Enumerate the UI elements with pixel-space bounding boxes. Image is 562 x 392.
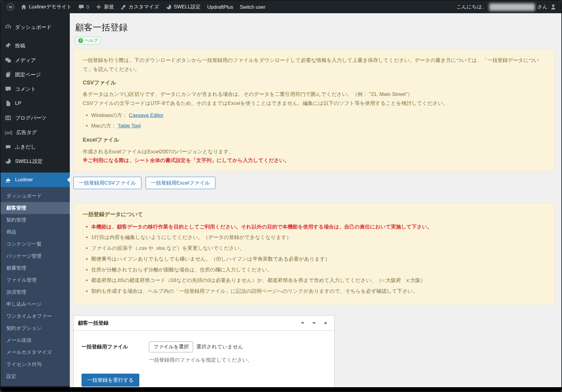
csv-line2: CSVファイルの文字コードはUTF-8であるため、そのままではExcelを使うこ…: [83, 99, 545, 108]
submenu-item-package-management[interactable]: パッケージ管理: [1, 250, 70, 262]
excel-warning-text: ※ご利用になる際は、シート全体の書式設定を「文字列」にしてから入力してください。: [83, 156, 545, 165]
submenu-item-file-management[interactable]: ファイル管理: [1, 274, 70, 286]
user-avatar-icon: [550, 4, 557, 10]
download-csv-button[interactable]: 一括登録用CSVファイル: [73, 177, 141, 189]
postbox-header: 顧客一括登録: [74, 316, 334, 331]
sidebar-item-dashboard[interactable]: ダッシュボード: [1, 20, 70, 34]
submenu-item-mail-customize[interactable]: メールカスタマイズ: [1, 346, 70, 358]
submenu-item-dashboard[interactable]: ダッシュボード: [1, 190, 70, 202]
sidebar-item-ad-tags[interactable]: [ad] 広告タグ: [1, 125, 70, 139]
sidebar-item-lp[interactable]: LP: [1, 96, 70, 111]
admin-menu: ダッシュボード 投稿 メディア 固定ページ コメント: [1, 13, 70, 187]
windows-label: Windowsの方：: [91, 112, 127, 118]
file-hint-text: 一括登録用のファイルを指定してください。: [149, 357, 326, 363]
submenu-item-content-list[interactable]: コンテンツ一覧: [1, 238, 70, 250]
submenu-item-label: ライセンス付与: [6, 361, 42, 368]
sidebar-item-media[interactable]: メディア: [1, 53, 70, 67]
list-item: ファイルの拡張子（.csv や .xlsx など）を変更しないでください。: [91, 244, 545, 253]
submenu-item-application-page[interactable]: 申し込みページ: [1, 298, 70, 310]
submenu-item-label: 順番管理: [6, 265, 26, 271]
submenu-item-payment-management[interactable]: 決済管理: [1, 286, 70, 298]
sidebar-item-blog-parts[interactable]: ブログパーツ: [1, 111, 70, 125]
wordpress-logo-menu[interactable]: W: [4, 1, 17, 13]
home-icon: [21, 4, 27, 10]
customize-brush-icon: [120, 4, 126, 10]
submenu-item-contract-management[interactable]: 契約管理: [1, 214, 70, 226]
swell-settings-menu[interactable]: SWELL設定: [162, 1, 204, 13]
submenu-item-mail-send[interactable]: メール送信: [1, 334, 70, 346]
comment-icon: [5, 86, 11, 92]
submenu-item-label: 決済管理: [6, 289, 26, 296]
new-content-menu[interactable]: 新規: [92, 1, 117, 13]
submenu-item-contract-options[interactable]: 契約オプション: [1, 322, 70, 334]
sidebar-item-label: コメント: [15, 86, 36, 93]
mac-label: Macの方：: [91, 123, 116, 129]
list-item: Windowsの方： Cassava Editor: [91, 111, 545, 120]
help-button[interactable]: ? ヘルプ: [75, 37, 101, 44]
submenu-item-label: コンテンツ一覧: [6, 241, 42, 247]
updraftplus-label: UpdraftPlus: [207, 4, 233, 10]
postbox-controls: [298, 318, 331, 328]
submenu-item-label: メールカスタマイズ: [6, 349, 52, 356]
file-field-row: 一括登録用ファイル ファイルを選択 選択されていません 一括登録用のファイルを指…: [82, 341, 326, 363]
info-intro-text: 一括登録を行う際は、下のダウンロードボタンから一括登録用のファイルをダウンロード…: [83, 56, 545, 74]
move-down-button[interactable]: [309, 318, 319, 328]
execute-bulk-register-button[interactable]: 一括登録を実行する: [82, 374, 139, 387]
switch-user-menu[interactable]: Switch user: [236, 1, 269, 13]
sidebar-item-label: SWELL設定: [15, 158, 43, 165]
move-up-button[interactable]: [298, 318, 308, 328]
swell-icon: [5, 158, 11, 164]
swell-icon: [166, 4, 172, 10]
main-content: 顧客一括登録 ? ヘルプ 一括登録を行う際は、下のダウンロードボタンから一括登録…: [70, 13, 561, 387]
speech-balloon-icon: [5, 143, 11, 150]
submenu-item-label: 顧客管理: [6, 205, 26, 211]
download-buttons-row: 一括登録用CSVファイル 一括登録用Excelファイル: [73, 177, 555, 189]
media-icon: [5, 57, 11, 63]
file-input: ファイルを選択 選択されていません: [149, 341, 326, 352]
customize-menu[interactable]: カスタマイズ: [117, 1, 162, 13]
table-tool-link[interactable]: Table Tool: [118, 123, 140, 129]
submenu-item-one-time-offer[interactable]: ワンタイムオファー: [1, 310, 70, 322]
sidebar-item-label: Luxliner: [15, 177, 33, 183]
cassava-editor-link[interactable]: Cassava Editor: [129, 112, 163, 118]
sidebar-item-comments[interactable]: コメント: [1, 82, 70, 96]
current-menu-arrow: [67, 177, 70, 182]
comments-icon: [78, 4, 84, 10]
sidebar-item-label: ブログパーツ: [15, 115, 46, 121]
submenu-item-customer-management[interactable]: 顧客管理: [1, 202, 70, 214]
new-label: 新規: [104, 4, 114, 10]
wordpress-admin-screen: W Luxlinerデモサイト 0 新規 カスタマイズ SWELL設定: [0, 0, 562, 392]
notes-warning-item: 本機能は、顧客データの移行作業を目的としてご利用ください。それ以外の目的で本機能…: [91, 222, 545, 231]
comments-menu[interactable]: 0: [75, 1, 92, 13]
submenu-item-label: メール送信: [6, 337, 31, 344]
help-button-label: ヘルプ: [85, 38, 98, 43]
swell-settings-label: SWELL設定: [174, 4, 201, 10]
notes-list: 本機能は、顧客データの移行作業を目的としてご利用ください。それ以外の目的で本機能…: [91, 222, 545, 296]
submenu-item-order-management[interactable]: 順番管理: [1, 262, 70, 274]
download-excel-button[interactable]: 一括登録用Excelファイル: [146, 177, 215, 189]
sidebar-item-fukidashi[interactable]: ふきだし: [1, 139, 70, 154]
redacted-username: [489, 3, 535, 11]
chevron-down-icon: [312, 320, 317, 325]
toggle-panel-button[interactable]: [320, 318, 331, 328]
submenu-item-label: ダッシュボード: [6, 193, 42, 199]
submenu-item-label: ワンタイムオファー: [6, 313, 52, 320]
sidebar-item-swell-settings[interactable]: SWELL設定: [1, 154, 70, 168]
plus-icon: [96, 4, 102, 10]
submenu-item-label: 契約オプション: [6, 325, 42, 332]
list-item: 都道府県はJISの都道府県コード（03などの先頭の0は必要ありません）か、都道府…: [91, 276, 545, 285]
sidebar-item-luxliner[interactable]: Luxliner: [1, 173, 70, 187]
site-name-menu[interactable]: Luxlinerデモサイト: [17, 1, 75, 13]
submenu-item-settings[interactable]: 設定: [1, 370, 70, 382]
sidebar-item-posts[interactable]: 投稿: [1, 38, 70, 53]
postbox-body: 一括登録用ファイル ファイルを選択 選択されていません 一括登録用のファイルを指…: [74, 331, 334, 387]
bulk-register-postbox: 顧客一括登録 一括登録用ファ: [73, 315, 335, 387]
account-menu[interactable]: こんにちは、 さん: [456, 3, 557, 11]
choose-file-button[interactable]: ファイルを選択: [149, 341, 193, 352]
postbox-title: 顧客一括登録: [78, 320, 109, 326]
file-field-value: ファイルを選択 選択されていません 一括登録用のファイルを指定してください。: [149, 341, 326, 363]
submenu-item-products[interactable]: 商品: [1, 226, 70, 238]
updraftplus-menu[interactable]: UpdraftPlus: [204, 1, 236, 13]
submenu-item-license-grant[interactable]: ライセンス付与: [1, 358, 70, 370]
sidebar-item-pages[interactable]: 固定ページ: [1, 67, 70, 82]
